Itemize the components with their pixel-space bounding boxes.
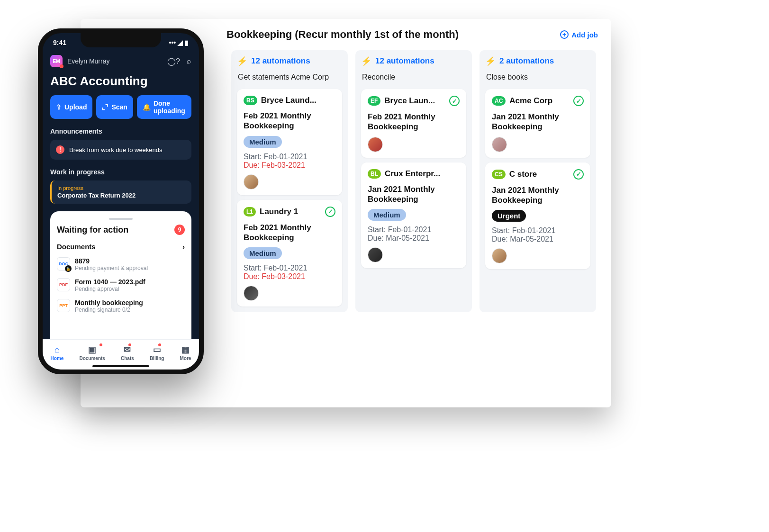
card-title: Feb 2021 Monthly Bookkeeping	[244, 111, 335, 131]
document-status: Pending approval	[75, 286, 145, 292]
column-name: Close books	[485, 71, 590, 84]
card-title: Feb 2021 Monthly Bookkeeping	[244, 223, 335, 243]
client-name: Laundry 1	[260, 207, 298, 216]
priority-badge: Medium	[244, 136, 282, 148]
document-item[interactable]: PDF Form 1040 — 2023.pdf Pending approva…	[57, 278, 185, 292]
automations-link[interactable]: ⚡ 12 automations	[237, 56, 342, 66]
home-indicator	[92, 365, 149, 367]
phone-notch	[81, 33, 161, 47]
automations-link[interactable]: ⚡ 2 automations	[485, 56, 590, 66]
card-meta: Start: Feb-01-2021 Due: Feb-03-2021	[244, 264, 335, 281]
wip-card[interactable]: In progress Corporate Tax Return 2022	[50, 180, 191, 204]
automations-count: 2 automations	[499, 56, 554, 66]
assignee-avatar	[368, 137, 383, 152]
priority-badge: Medium	[244, 247, 282, 259]
due-date: Due: Mar-05-2021	[368, 234, 460, 243]
client-initials: L1	[244, 207, 256, 216]
done-uploading-button[interactable]: 🔔Done uploading	[137, 95, 191, 119]
check-icon: ✓	[325, 207, 335, 217]
check-icon: ✓	[573, 169, 584, 180]
upload-button[interactable]: ⇪Upload	[50, 95, 92, 119]
client-initials: BS	[244, 96, 257, 105]
tab-home[interactable]: ⌂Home	[51, 345, 64, 361]
search-icon[interactable]: ⌕	[187, 57, 191, 66]
assignee-avatar	[492, 248, 507, 263]
check-icon: ✓	[449, 96, 460, 106]
folder-icon: ▣	[88, 344, 96, 355]
phone-mockup: 9:41 ••• ◢ ▮ EM Evelyn Murray ◯? ⌕ ABC A…	[38, 28, 204, 374]
document-item[interactable]: DOC🔒 8879 Pending payment & approval	[57, 257, 185, 271]
announcement-banner[interactable]: ! Break from work due to weekends	[50, 140, 191, 160]
user-row[interactable]: EM Evelyn Murray ◯? ⌕	[50, 55, 191, 67]
client-name: Crux Enterpr...	[385, 169, 440, 179]
check-icon: ✓	[573, 96, 584, 106]
plus-icon: +	[560, 30, 569, 39]
lock-icon: 🔒	[65, 265, 72, 272]
automations-count: 12 automations	[375, 56, 434, 66]
column: ⚡ 12 automations Reconcile EF Bryce Laun…	[355, 50, 472, 312]
help-icon[interactable]: ◯?	[167, 57, 180, 66]
column-name: Reconcile	[361, 71, 466, 84]
home-icon: ⌂	[54, 345, 60, 355]
job-card[interactable]: L1 Laundry 1 ✓Feb 2021 Monthly Bookkeepi…	[237, 200, 342, 307]
client-initials: EF	[368, 96, 380, 106]
card-title: Jan 2021 Monthly Bookkeeping	[492, 112, 584, 132]
card-title: Jan 2021 Monthly Bookkeeping	[368, 184, 460, 205]
automations-count: 12 automations	[251, 56, 310, 66]
start-date: Start: Feb-01-2021	[492, 226, 584, 235]
job-card[interactable]: EF Bryce Laun... ✓Feb 2021 Monthly Bookk…	[361, 89, 466, 158]
job-card[interactable]: BL Crux Enterpr... Jan 2021 Monthly Book…	[361, 162, 466, 269]
bell-icon: 🔔	[143, 103, 151, 111]
app-title: ABC Accounting	[50, 74, 191, 89]
scan-button[interactable]: ⌞⌝Scan	[96, 95, 133, 119]
board-header: Bookkeeping (Recur monthly 1st of the mo…	[226, 28, 598, 41]
announcements-label: Announcements	[50, 127, 191, 135]
announcement-text: Break from work due to weekends	[69, 146, 163, 153]
add-job-button[interactable]: + Add job	[560, 30, 598, 39]
user-name: Evelyn Murray	[67, 57, 109, 65]
wip-label: Work in progress	[50, 168, 191, 176]
documents-header[interactable]: Documents ›	[57, 243, 185, 251]
start-date: Start: Feb-01-2021	[244, 264, 335, 272]
column: ⚡ 12 automations Get statements Acme Cor…	[231, 50, 348, 312]
assignee-avatar	[244, 286, 259, 301]
card-title: Feb 2021 Monthly Bookkeeping	[368, 112, 460, 132]
start-date: Start: Feb-01-2021	[368, 225, 460, 234]
tab-chats[interactable]: ✉Chats	[121, 344, 134, 361]
due-date: Due: Feb-03-2021	[244, 161, 335, 170]
tab-billing[interactable]: ▭Billing	[150, 344, 164, 361]
status-time: 9:41	[53, 39, 66, 46]
client-name: Bryce Laun...	[384, 96, 435, 106]
waiting-count-badge: 9	[174, 225, 185, 235]
document-name: Form 1040 — 2023.pdf	[75, 278, 145, 286]
due-date: Due: Feb-03-2021	[244, 272, 335, 281]
tab-more[interactable]: ▦More	[180, 344, 191, 361]
file-icon: PDF	[57, 278, 70, 291]
job-card[interactable]: AC Acme Corp ✓Jan 2021 Monthly Bookkeepi…	[485, 89, 590, 158]
sheet-handle[interactable]	[109, 218, 133, 220]
card-title: Jan 2021 Monthly Bookkeeping	[492, 185, 584, 206]
job-card[interactable]: BS Bryce Laund... Feb 2021 Monthly Bookk…	[237, 89, 342, 195]
file-icon: DOC🔒	[57, 257, 70, 271]
scan-icon: ⌞⌝	[102, 103, 109, 111]
documents-label: Documents	[57, 243, 96, 251]
card-meta: Start: Feb-01-2021 Due: Mar-05-2021	[368, 225, 460, 243]
card-meta: Start: Feb-01-2021 Due: Mar-05-2021	[492, 226, 584, 243]
client-initials: BL	[368, 169, 381, 179]
column: ⚡ 2 automations Close books AC Acme Corp…	[479, 50, 596, 312]
upload-icon: ⇪	[56, 103, 62, 111]
document-name: 8879	[75, 257, 148, 265]
job-card[interactable]: CS C store ✓Jan 2021 Monthly Bookkeeping…	[485, 162, 590, 270]
bolt-icon: ⚡	[485, 56, 496, 66]
user-avatar: EM	[50, 55, 63, 67]
tab-documents[interactable]: ▣Documents	[79, 344, 105, 361]
due-date: Due: Mar-05-2021	[492, 235, 584, 243]
automations-link[interactable]: ⚡ 12 automations	[361, 56, 466, 66]
start-date: Start: Feb-01-2021	[244, 153, 335, 161]
priority-badge: Medium	[368, 209, 406, 221]
client-initials: CS	[492, 170, 506, 179]
warning-icon: !	[56, 145, 64, 154]
document-item[interactable]: PPT Monthly bookkeeping Pending signatur…	[57, 299, 185, 313]
wip-status: In progress	[57, 185, 186, 191]
chevron-right-icon: ›	[182, 243, 185, 251]
